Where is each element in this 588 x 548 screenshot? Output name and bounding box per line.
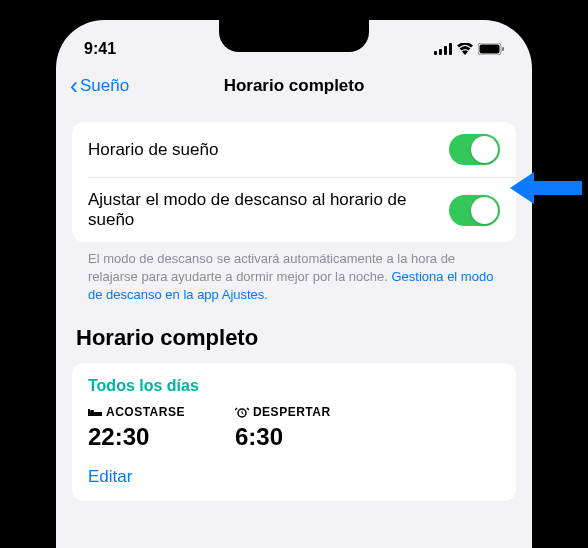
wind-down-label: Ajustar el modo de descanso al horario d… <box>88 190 449 230</box>
wind-down-toggle[interactable] <box>449 195 500 226</box>
cellular-icon <box>434 43 452 55</box>
svg-rect-6 <box>502 47 504 51</box>
wake-value: 6:30 <box>235 423 331 451</box>
wake-label: DESPERTAR <box>253 405 331 419</box>
edit-button[interactable]: Editar <box>88 467 500 487</box>
page-title: Horario completo <box>224 76 365 96</box>
svg-rect-0 <box>434 51 437 55</box>
bedtime-value: 22:30 <box>88 423 185 451</box>
nav-bar: ‹ Sueño Horario completo <box>56 64 532 108</box>
section-header: Horario completo <box>72 321 516 363</box>
back-button[interactable]: ‹ Sueño <box>70 72 129 100</box>
svg-rect-9 <box>100 412 102 416</box>
annotation-arrow-icon <box>510 168 582 208</box>
sleep-schedule-label: Horario de sueño <box>88 140 449 160</box>
wifi-icon <box>457 43 473 55</box>
sleep-schedule-row: Horario de sueño <box>72 122 516 177</box>
svg-rect-10 <box>90 410 94 412</box>
bedtime-block: ACOSTARSE 22:30 <box>88 405 185 451</box>
back-label: Sueño <box>80 76 129 96</box>
svg-rect-1 <box>439 49 442 55</box>
bedtime-label: ACOSTARSE <box>106 405 185 419</box>
svg-rect-8 <box>88 409 90 416</box>
svg-rect-5 <box>480 45 500 54</box>
status-icons <box>434 43 504 55</box>
battery-icon <box>478 43 504 55</box>
wake-block: DESPERTAR 6:30 <box>235 405 331 451</box>
sleep-schedule-toggle[interactable] <box>449 134 500 165</box>
svg-rect-7 <box>88 412 102 416</box>
wind-down-row: Ajustar el modo de descanso al horario d… <box>72 178 516 242</box>
footer-text: El modo de descanso se activará automáti… <box>72 242 516 321</box>
schedule-card: Todos los días ACOSTARSE 22:30 DESPERTAR <box>72 363 516 501</box>
schedule-days: Todos los días <box>88 377 500 395</box>
alarm-icon <box>235 406 249 418</box>
status-time: 9:41 <box>84 40 116 58</box>
settings-card: Horario de sueño Ajustar el modo de desc… <box>72 122 516 242</box>
chevron-left-icon: ‹ <box>70 72 78 100</box>
svg-rect-3 <box>449 43 452 55</box>
svg-rect-2 <box>444 46 447 55</box>
bed-icon <box>88 407 102 417</box>
